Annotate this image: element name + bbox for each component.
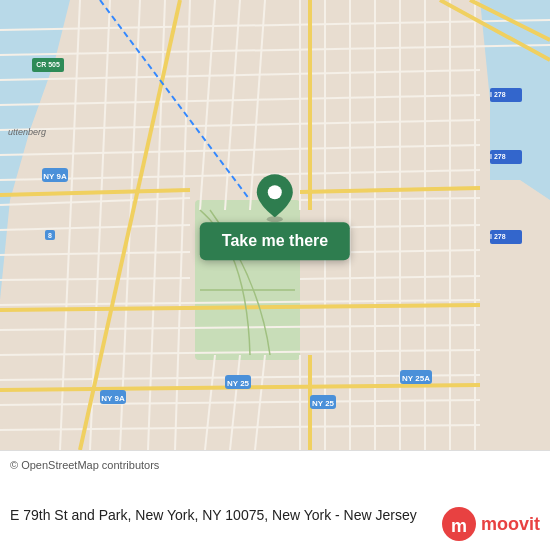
svg-text:uttenberg: uttenberg bbox=[8, 127, 46, 137]
location-address: E 79th St and Park, New York, NY 10075, … bbox=[10, 506, 441, 526]
take-me-there-button[interactable]: Take me there bbox=[200, 222, 350, 260]
app-container: NY 9A NY 9A 8 NY 25 NY 25 NY 25A I 278 I… bbox=[0, 0, 550, 550]
moovit-icon: m bbox=[441, 506, 477, 542]
svg-point-79 bbox=[268, 185, 282, 199]
svg-text:NY 25A: NY 25A bbox=[402, 374, 430, 383]
button-overlay: Take me there bbox=[200, 172, 350, 260]
svg-text:I 278: I 278 bbox=[490, 153, 506, 160]
svg-text:I 278: I 278 bbox=[490, 91, 506, 98]
svg-text:8: 8 bbox=[48, 232, 52, 239]
svg-text:m: m bbox=[451, 516, 467, 536]
map-area: NY 9A NY 9A 8 NY 25 NY 25 NY 25A I 278 I… bbox=[0, 0, 550, 450]
svg-text:CR 505: CR 505 bbox=[36, 61, 60, 68]
moovit-label: moovit bbox=[481, 514, 540, 535]
svg-text:NY 25: NY 25 bbox=[312, 399, 335, 408]
svg-text:NY 25: NY 25 bbox=[227, 379, 250, 388]
map-attribution: © OpenStreetMap contributors bbox=[10, 459, 540, 471]
moovit-logo: m moovit bbox=[441, 506, 540, 542]
svg-text:NY 9A: NY 9A bbox=[101, 394, 125, 403]
location-info: E 79th St and Park, New York, NY 10075, … bbox=[10, 506, 540, 546]
svg-text:I 278: I 278 bbox=[490, 233, 506, 240]
location-pin-icon bbox=[250, 172, 300, 222]
svg-text:NY 9A: NY 9A bbox=[43, 172, 67, 181]
bottom-bar: © OpenStreetMap contributors E 79th St a… bbox=[0, 450, 550, 550]
